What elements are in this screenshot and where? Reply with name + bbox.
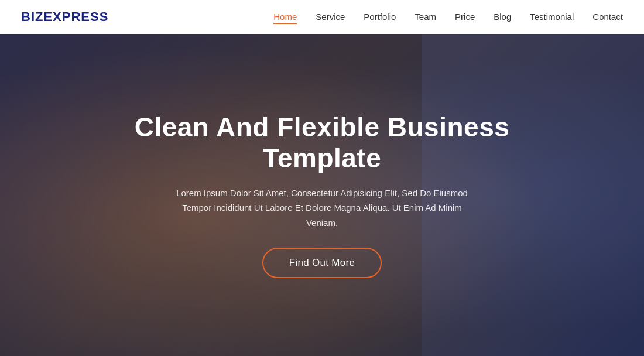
nav-item-price[interactable]: Price: [455, 12, 475, 22]
nav-item-contact[interactable]: Contact: [592, 12, 623, 22]
nav-item-blog[interactable]: Blog: [494, 12, 511, 22]
hero-cta-button[interactable]: Find Out More: [262, 248, 382, 278]
hero-content: Clean And Flexible Business Template Lor…: [117, 78, 527, 278]
nav-item-home[interactable]: Home: [273, 12, 297, 22]
hero-section: Clean And Flexible Business Template Lor…: [0, 0, 644, 356]
nav-item-service[interactable]: Service: [316, 12, 345, 22]
nav-link-testimonial[interactable]: Testimonial: [530, 12, 574, 22]
navbar: BIZEXPRESS Home Service Portfolio Team P…: [0, 0, 644, 34]
nav-item-testimonial[interactable]: Testimonial: [530, 12, 574, 22]
nav-link-contact[interactable]: Contact: [592, 12, 623, 22]
hero-title: Clean And Flexible Business Template: [117, 112, 527, 174]
nav-link-service[interactable]: Service: [316, 12, 345, 22]
nav-link-team[interactable]: Team: [415, 12, 436, 22]
nav-menu: Home Service Portfolio Team Price Blog T…: [273, 12, 623, 22]
nav-link-portfolio[interactable]: Portfolio: [364, 12, 396, 22]
nav-item-team[interactable]: Team: [415, 12, 436, 22]
nav-link-blog[interactable]: Blog: [494, 12, 511, 22]
nav-link-home[interactable]: Home: [273, 12, 297, 24]
nav-item-portfolio[interactable]: Portfolio: [364, 12, 396, 22]
nav-link-price[interactable]: Price: [455, 12, 475, 22]
site-logo[interactable]: BIZEXPRESS: [21, 9, 108, 25]
hero-subtitle: Lorem Ipsum Dolor Sit Amet, Consectetur …: [170, 186, 474, 231]
